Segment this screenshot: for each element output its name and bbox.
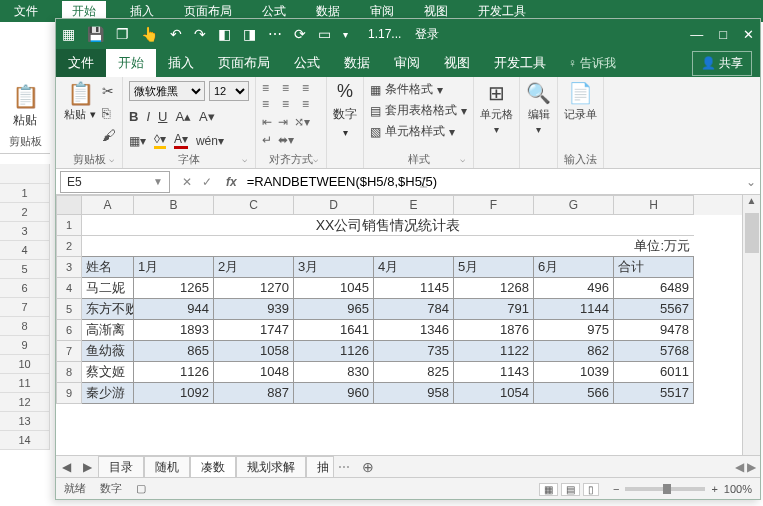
tab-dev[interactable]: 开发工具: [482, 49, 558, 77]
tellme-search[interactable]: ♀ 告诉我: [558, 55, 626, 72]
qat-newwin-icon[interactable]: ❐: [116, 26, 129, 42]
zoom-out-icon[interactable]: −: [613, 483, 619, 495]
formula-input[interactable]: [243, 171, 742, 193]
align-right-icon[interactable]: ≡: [302, 97, 320, 111]
qat-undo-icon[interactable]: ↶: [170, 26, 182, 42]
vertical-scrollbar[interactable]: ▲: [742, 195, 760, 455]
select-all-corner[interactable]: [56, 195, 82, 215]
col-header-B[interactable]: B: [134, 195, 214, 215]
hscroll-right-icon[interactable]: ▶: [747, 460, 756, 474]
data-cell[interactable]: 958: [374, 383, 454, 404]
tab-layout[interactable]: 页面布局: [206, 49, 282, 77]
name-box[interactable]: E5▼: [60, 171, 170, 193]
add-sheet-icon[interactable]: ⊕: [354, 459, 382, 475]
namebox-dropdown-icon[interactable]: ▼: [153, 176, 163, 187]
fx-icon[interactable]: fx: [220, 175, 243, 189]
accept-formula-icon[interactable]: ✓: [202, 175, 212, 189]
number-dropdown-icon[interactable]: ▾: [343, 127, 348, 138]
data-cell[interactable]: 939: [214, 299, 294, 320]
minimize-icon[interactable]: —: [690, 27, 703, 42]
data-cell[interactable]: 1641: [294, 320, 374, 341]
data-cell[interactable]: 1126: [294, 341, 374, 362]
close-icon[interactable]: ✕: [743, 27, 754, 42]
header-cell[interactable]: 姓名: [82, 257, 134, 278]
cancel-formula-icon[interactable]: ✕: [182, 175, 192, 189]
sheet-tab-active[interactable]: 凑数: [190, 456, 236, 479]
fill-color-button[interactable]: ◊▾: [154, 132, 166, 149]
col-header-C[interactable]: C: [214, 195, 294, 215]
copy-icon[interactable]: ⎘: [102, 105, 116, 121]
data-cell[interactable]: 5768: [614, 341, 694, 362]
scroll-thumb[interactable]: [745, 213, 759, 253]
align-left-icon[interactable]: ≡: [262, 97, 280, 111]
table-format-button[interactable]: ▤套用表格格式 ▾: [370, 102, 467, 119]
data-cell[interactable]: 975: [534, 320, 614, 341]
header-cell[interactable]: 5月: [454, 257, 534, 278]
data-cell[interactable]: 1270: [214, 278, 294, 299]
data-cell[interactable]: 825: [374, 362, 454, 383]
col-header-E[interactable]: E: [374, 195, 454, 215]
data-cell[interactable]: 1346: [374, 320, 454, 341]
data-cell[interactable]: 1122: [454, 341, 534, 362]
data-cell[interactable]: 1876: [454, 320, 534, 341]
sheet-tab[interactable]: 规划求解: [236, 456, 306, 478]
data-cell[interactable]: 960: [294, 383, 374, 404]
scroll-up-icon[interactable]: ▲: [747, 195, 757, 211]
header-cell[interactable]: 1月: [134, 257, 214, 278]
data-cell[interactable]: 496: [534, 278, 614, 299]
row-header[interactable]: 3: [56, 257, 82, 278]
cut-icon[interactable]: ✂: [102, 83, 116, 99]
tab-home[interactable]: 开始: [106, 49, 156, 77]
italic-button[interactable]: I: [146, 109, 150, 124]
data-cell[interactable]: 1039: [534, 362, 614, 383]
name-cell[interactable]: 马二妮: [82, 278, 134, 299]
data-cell[interactable]: 5517: [614, 383, 694, 404]
data-cell[interactable]: 5567: [614, 299, 694, 320]
bg-paste-button[interactable]: 📋 粘贴: [3, 84, 47, 126]
qat-more2-icon[interactable]: ◨: [243, 26, 256, 42]
row-header[interactable]: 9: [56, 383, 82, 404]
data-cell[interactable]: 791: [454, 299, 534, 320]
data-cell[interactable]: 735: [374, 341, 454, 362]
expand-formula-icon[interactable]: ⌄: [742, 175, 760, 189]
sheet-nav-next-icon[interactable]: ▶: [77, 460, 98, 474]
qat-more4-icon[interactable]: ⟳: [294, 26, 306, 42]
tab-data[interactable]: 数据: [332, 49, 382, 77]
login-button[interactable]: 登录: [415, 26, 439, 43]
data-cell[interactable]: 6489: [614, 278, 694, 299]
qat-more1-icon[interactable]: ◧: [218, 26, 231, 42]
header-cell[interactable]: 4月: [374, 257, 454, 278]
header-cell[interactable]: 合计: [614, 257, 694, 278]
zoom-slider[interactable]: [625, 487, 705, 491]
unit-cell[interactable]: 单位:万元: [614, 236, 694, 257]
phonetic-button[interactable]: wén▾: [196, 134, 224, 148]
sheet-more-icon[interactable]: ⋯: [334, 460, 354, 474]
align-bot-icon[interactable]: ≡: [302, 81, 320, 95]
font-size-select[interactable]: 12: [209, 81, 249, 101]
data-cell[interactable]: 1048: [214, 362, 294, 383]
data-cell[interactable]: 784: [374, 299, 454, 320]
row-header[interactable]: 2: [56, 236, 82, 257]
page-layout-view-icon[interactable]: ▤: [561, 483, 580, 496]
sheet-nav-prev-icon[interactable]: ◀: [56, 460, 77, 474]
data-cell[interactable]: 1747: [214, 320, 294, 341]
hscroll-left-icon[interactable]: ◀: [735, 460, 744, 474]
sheet-tab[interactable]: 抽: [306, 456, 334, 478]
row-header[interactable]: 7: [56, 341, 82, 362]
sheet-tab[interactable]: 目录: [98, 456, 144, 478]
tab-insert[interactable]: 插入: [156, 49, 206, 77]
font-color-button[interactable]: A▾: [174, 132, 188, 149]
header-cell[interactable]: 6月: [534, 257, 614, 278]
underline-button[interactable]: U: [158, 109, 167, 124]
data-cell[interactable]: 566: [534, 383, 614, 404]
outdent-icon[interactable]: ⇤: [262, 115, 272, 129]
blank-cell[interactable]: [82, 236, 614, 257]
title-cell[interactable]: XX公司销售情况统计表: [82, 215, 694, 236]
data-cell[interactable]: 1092: [134, 383, 214, 404]
paste-button[interactable]: 📋粘贴 ▾: [62, 81, 98, 122]
data-cell[interactable]: 1054: [454, 383, 534, 404]
cell-style-button[interactable]: ▧单元格样式 ▾: [370, 123, 455, 140]
sheet-tab[interactable]: 随机: [144, 456, 190, 478]
tab-file[interactable]: 文件: [56, 49, 106, 77]
data-cell[interactable]: 830: [294, 362, 374, 383]
